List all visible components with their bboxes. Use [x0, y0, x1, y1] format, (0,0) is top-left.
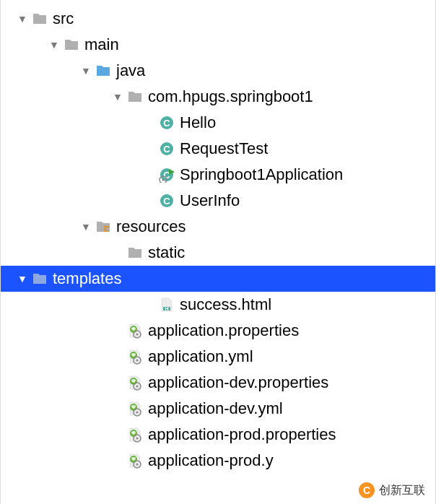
tree-node-templates[interactable]: ▼ templates [0, 266, 436, 292]
tree-node-resources[interactable]: ▼ resources [15, 214, 435, 240]
node-label: UserInfo [177, 191, 240, 210]
spring-config-icon [125, 375, 145, 391]
folder-icon [61, 37, 82, 53]
chevron-down-icon: ▼ [79, 221, 93, 233]
node-label: application-dev.properties [145, 373, 328, 392]
watermark-text: 创新互联 [379, 483, 425, 498]
class-icon [157, 193, 177, 209]
class-icon [157, 141, 177, 157]
chevron-down-icon: ▼ [79, 65, 93, 77]
source-folder-icon [93, 63, 113, 79]
folder-icon [30, 271, 50, 287]
tree-node-java[interactable]: ▼ java [15, 58, 435, 84]
tree-node-main[interactable]: ▼ main [15, 32, 435, 58]
tree-node-application-prod-yml[interactable]: ▼ application-prod.y [15, 448, 435, 474]
tree-node-static[interactable]: ▼ static [15, 240, 435, 266]
package-folder-icon [125, 89, 145, 105]
chevron-down-icon: ▼ [15, 273, 30, 284]
node-label: resources [113, 217, 186, 236]
tree-node-hello[interactable]: ▼ Hello [15, 110, 435, 136]
resources-folder-icon [93, 219, 113, 235]
tree-node-requesttest[interactable]: ▼ RequestTest [15, 136, 435, 162]
chevron-down-icon: ▼ [15, 13, 30, 25]
project-tree[interactable]: ▼ src ▼ main ▼ java ▼ com.hpugs.springbo… [1, 0, 435, 474]
class-main-icon [157, 167, 177, 183]
tree-node-src[interactable]: ▼ src [15, 6, 435, 32]
tree-node-package[interactable]: ▼ com.hpugs.springboot1 [15, 84, 435, 110]
node-label: templates [50, 269, 121, 288]
folder-icon [125, 245, 145, 261]
node-label: com.hpugs.springboot1 [145, 87, 313, 106]
node-label: success.html [177, 295, 271, 314]
class-icon [157, 115, 177, 131]
tree-node-userinfo[interactable]: ▼ UserInfo [15, 188, 435, 214]
node-label: application-dev.yml [145, 399, 283, 418]
tree-node-springboot1application[interactable]: ▼ Springboot1Application [15, 162, 435, 188]
tree-node-success-html[interactable]: ▼ success.html [15, 292, 435, 318]
watermark: C 创新互联 [353, 481, 431, 500]
spring-config-icon [125, 323, 145, 339]
watermark-icon: C [359, 482, 375, 498]
tree-node-application-dev-properties[interactable]: ▼ application-dev.properties [15, 370, 435, 396]
node-label: src [50, 9, 74, 28]
node-label: application.yml [145, 347, 253, 366]
node-label: Hello [177, 113, 216, 132]
node-label: RequestTest [177, 139, 268, 158]
node-label: Springboot1Application [177, 165, 343, 184]
tree-node-application-prod-properties[interactable]: ▼ application-prod.properties [15, 422, 435, 448]
node-label: static [145, 243, 185, 262]
spring-config-icon [125, 401, 145, 417]
spring-config-icon [125, 453, 145, 469]
node-label: java [113, 61, 145, 80]
node-label: application.properties [145, 321, 299, 340]
tree-node-application-yml[interactable]: ▼ application.yml [15, 344, 435, 370]
spring-config-icon [125, 427, 145, 443]
node-label: main [82, 35, 119, 54]
folder-icon [30, 11, 50, 27]
html-file-icon [157, 297, 177, 313]
tree-node-application-dev-yml[interactable]: ▼ application-dev.yml [15, 396, 435, 422]
tree-node-application-properties[interactable]: ▼ application.properties [15, 318, 435, 344]
node-label: application-prod.properties [145, 425, 336, 444]
node-label: application-prod.y [145, 451, 274, 470]
spring-config-icon [125, 349, 145, 365]
chevron-down-icon: ▼ [110, 91, 125, 103]
chevron-down-icon: ▼ [47, 39, 61, 51]
